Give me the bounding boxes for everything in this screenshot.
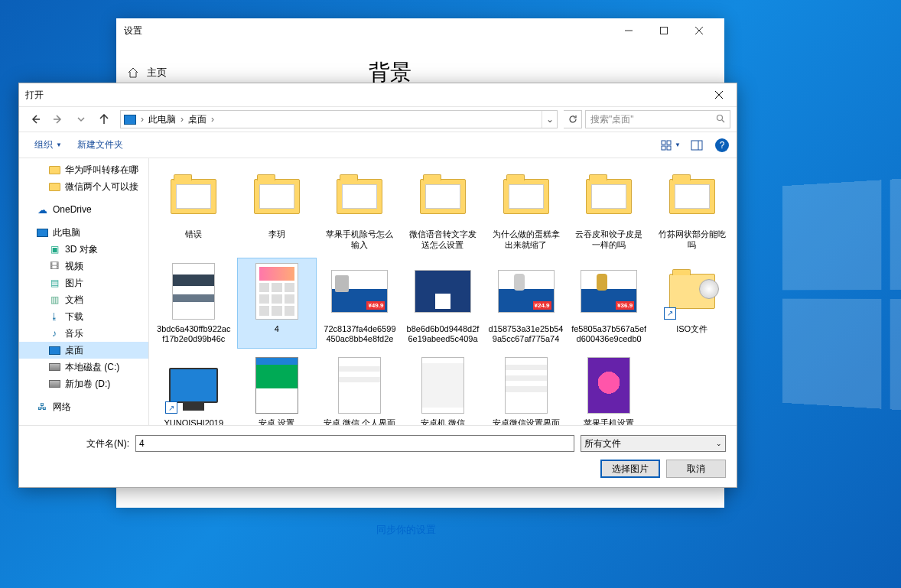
new-folder-button[interactable]: 新建文件夹 xyxy=(70,135,131,154)
tree-item-pictures[interactable]: ▤图片 xyxy=(19,275,148,291)
file-item-folder[interactable]: 微信语音转文字发送怎么设置 xyxy=(403,163,483,255)
chevron-right-icon: › xyxy=(179,114,185,125)
tree-item-desktop[interactable]: 桌面 xyxy=(19,342,148,359)
image-thumbnail: ¥49.9 xyxy=(331,270,388,313)
chevron-down-icon: ▼ xyxy=(56,141,62,148)
download-icon: ⭳ xyxy=(48,311,60,322)
image-thumbnail: ¥36.9 xyxy=(581,270,637,313)
settings-title: 设置 xyxy=(124,24,611,37)
arrow-left-icon xyxy=(30,114,41,125)
image-thumbnail: ¥24.9 xyxy=(498,270,555,313)
search-placeholder: 搜索"桌面" xyxy=(590,113,634,126)
dialog-title: 打开 xyxy=(25,89,707,102)
file-item-image[interactable]: 苹果手机设置 xyxy=(569,352,649,425)
tree-item-disk-c[interactable]: 本地磁盘 (C:) xyxy=(19,359,148,375)
choose-image-button[interactable]: 选择图片 xyxy=(600,460,660,478)
refresh-button[interactable] xyxy=(564,110,582,128)
tree-item-music[interactable]: ♪音乐 xyxy=(19,325,148,342)
tree-item-videos[interactable]: 🎞视频 xyxy=(19,258,148,275)
file-item-image[interactable]: 安卓 设置 xyxy=(237,352,317,425)
breadcrumb-desktop[interactable]: 桌面 xyxy=(185,113,210,126)
tree-item-onedrive[interactable]: ☁OneDrive xyxy=(19,201,148,218)
file-item-folder[interactable]: 苹果手机除号怎么输入 xyxy=(320,163,400,255)
nav-back-button[interactable] xyxy=(25,109,45,129)
maximize-button[interactable] xyxy=(646,18,681,43)
file-item-image[interactable]: ¥36.9fe5805a37b567a5efd600436e9cedb0 xyxy=(569,258,649,349)
tree-item-folder[interactable]: 华为呼叫转移在哪 xyxy=(19,161,148,178)
image-thumbnail xyxy=(255,263,298,320)
refresh-icon xyxy=(568,115,577,124)
disk-icon xyxy=(49,363,60,371)
image-thumbnail xyxy=(172,263,215,320)
filename-input[interactable] xyxy=(135,435,574,452)
file-item-image[interactable]: b8e6d6b0d9448d2f6e19abeed5c409a xyxy=(403,258,483,349)
image-thumbnail xyxy=(421,357,464,414)
tree-item-3dobjects[interactable]: ▣3D 对象 xyxy=(19,241,148,258)
nav-up-button[interactable] xyxy=(94,109,114,129)
settings-home-label: 主页 xyxy=(147,66,167,80)
tree-item-thispc[interactable]: 此电脑 xyxy=(19,224,148,241)
organize-button[interactable]: 组织 ▼ xyxy=(27,135,70,154)
shortcut-icon: ↗ xyxy=(165,401,177,414)
svg-rect-3 xyxy=(667,141,671,145)
pc-icon xyxy=(124,115,136,125)
chevron-down-icon: ⌄ xyxy=(716,440,722,447)
svg-rect-4 xyxy=(662,146,665,150)
folder-icon xyxy=(586,179,632,214)
file-item-image[interactable]: ¥24.9d158753a31e25b549a5cc67af775a74 xyxy=(486,258,566,349)
file-item-image-selected[interactable]: 4 xyxy=(237,258,317,349)
tree-item-folder[interactable]: 微信两个人可以接 xyxy=(19,178,148,195)
panel-icon xyxy=(691,140,703,151)
help-button[interactable]: ? xyxy=(715,138,729,152)
preview-pane-button[interactable] xyxy=(685,135,709,155)
view-mode-button[interactable]: ▼ xyxy=(659,135,683,155)
close-button[interactable] xyxy=(681,18,717,43)
svg-rect-5 xyxy=(667,146,671,150)
file-type-filter[interactable]: 所有文件 ⌄ xyxy=(581,435,726,452)
file-item-image[interactable]: 安卓微信设置界面 xyxy=(486,352,566,425)
settings-sync-link[interactable]: 同步你的设置 xyxy=(376,523,436,537)
file-item-image[interactable]: 安卓机 微信 xyxy=(403,352,483,425)
file-item-image[interactable]: ¥49.972c8137fa4de6599450ac8bb4e8fd2e xyxy=(320,258,400,349)
image-icon: ▤ xyxy=(48,278,60,288)
file-list: 错误 李玥 苹果手机除号怎么输入 微信语音转文字发送怎么设置 为什么做的蛋糕拿出… xyxy=(149,158,737,425)
pc-icon xyxy=(37,229,48,237)
chevron-down-icon: ▼ xyxy=(675,141,681,148)
tree-item-documents[interactable]: ▥文档 xyxy=(19,291,148,308)
minimize-button[interactable] xyxy=(611,18,646,43)
file-item-image[interactable]: 安卓 微信 个人界面 xyxy=(320,352,400,425)
tree-item-network[interactable]: 🖧网络 xyxy=(19,398,148,415)
folder-icon xyxy=(420,179,466,214)
chevron-down-icon xyxy=(76,114,86,125)
folder-icon xyxy=(669,274,715,309)
breadcrumb[interactable]: › 此电脑 › 桌面 › ⌄ xyxy=(120,110,558,128)
search-input[interactable]: 搜索"桌面" xyxy=(585,110,730,128)
dialog-close-button[interactable] xyxy=(707,83,730,106)
svg-rect-0 xyxy=(661,28,668,34)
file-item-image[interactable]: 3bdc6a430ffb922acf17b2e0d99b46c xyxy=(154,258,234,349)
tree-item-downloads[interactable]: ⭳下载 xyxy=(19,308,148,325)
file-open-dialog: 打开 › 此电脑 › 桌面 › ⌄ 搜索 xyxy=(18,83,737,488)
file-item-folder-shortcut[interactable]: ↗ISO文件 xyxy=(652,258,732,349)
nav-forward-button[interactable] xyxy=(48,109,68,129)
file-item-folder[interactable]: 为什么做的蛋糕拿出来就缩了 xyxy=(486,163,566,255)
grid-icon xyxy=(661,140,673,151)
image-thumbnail xyxy=(255,357,298,414)
image-thumbnail xyxy=(415,270,471,313)
shortcut-icon: ↗ xyxy=(664,307,676,320)
breadcrumb-thispc[interactable]: 此电脑 xyxy=(145,113,179,126)
svg-rect-6 xyxy=(691,141,702,150)
cloud-icon: ☁ xyxy=(36,204,48,215)
file-item-shortcut[interactable]: ↗YUNQISHI2019 xyxy=(154,352,234,425)
file-item-folder[interactable]: 竹荪网状部分能吃吗 xyxy=(652,163,732,255)
file-item-folder[interactable]: 云吞皮和饺子皮是一样的吗 xyxy=(569,163,649,255)
file-item-folder[interactable]: 错误 xyxy=(154,163,234,255)
file-item-folder[interactable]: 李玥 xyxy=(237,163,317,255)
nav-recent-button[interactable] xyxy=(71,109,91,129)
chevron-right-icon: › xyxy=(139,114,145,125)
close-icon xyxy=(715,91,723,99)
tree-item-disk-d[interactable]: 新加卷 (D:) xyxy=(19,375,148,392)
search-icon xyxy=(716,114,725,125)
cancel-button[interactable]: 取消 xyxy=(666,460,726,478)
breadcrumb-dropdown[interactable]: ⌄ xyxy=(542,111,557,128)
